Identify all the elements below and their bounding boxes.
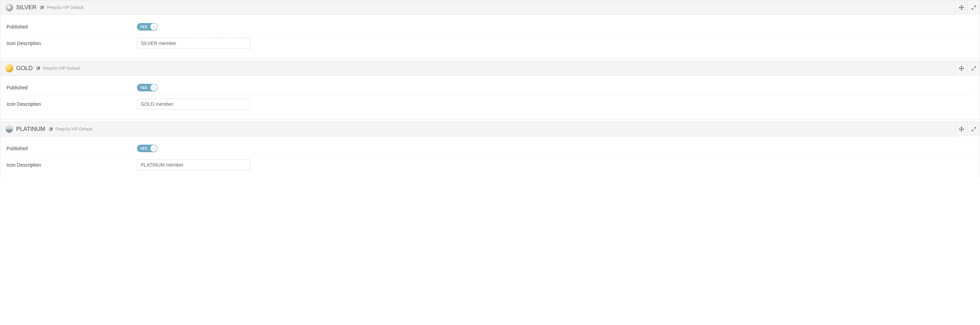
published-toggle[interactable]: YES [137, 23, 158, 30]
toggle-on-text: YES [140, 147, 147, 150]
published-label: Published [6, 146, 137, 151]
panel-header: SILVERPeepSo-VIP Default [0, 0, 980, 15]
panel-body: PublishedYESIcon Description [0, 75, 980, 119]
panel-actions [955, 122, 980, 136]
panel-header: GOLDPeepSo-VIP Default [0, 61, 980, 75]
field-row-published: PublishedYES [6, 19, 974, 34]
panel-subtitle: PeepSo-VIP Default [43, 66, 80, 71]
collapse-icon[interactable] [967, 0, 980, 15]
edit-icon[interactable] [49, 127, 54, 131]
toggle-on-text: YES [140, 25, 147, 29]
platinum-badge-icon [5, 125, 13, 133]
panel-title: GOLD [16, 65, 33, 72]
panel-title: PLATINUM [16, 126, 45, 133]
icon-description-input[interactable] [137, 159, 250, 170]
edit-icon[interactable] [40, 5, 45, 10]
toggle-knob [150, 23, 157, 30]
panel-body: PublishedYESIcon Description [0, 15, 980, 58]
field-row-published: PublishedYES [6, 141, 974, 156]
field-row-icon-description: Icon Description [6, 156, 974, 174]
silver-badge-icon [5, 3, 13, 12]
toggle-knob [150, 84, 157, 91]
vip-panel-platinum: PLATINUMPeepSo-VIP DefaultPublishedYESIc… [0, 122, 980, 178]
panel-subtitle: PeepSo-VIP Default [47, 5, 83, 10]
vip-panel-silver: SILVERPeepSo-VIP DefaultPublishedYESIcon… [0, 0, 980, 59]
toggle-on-text: YES [140, 86, 147, 90]
collapse-icon[interactable] [967, 61, 980, 75]
gold-badge-icon [5, 64, 13, 72]
move-handle-icon[interactable] [955, 0, 967, 15]
panel-actions [955, 61, 980, 75]
move-handle-icon[interactable] [955, 61, 967, 75]
icon-description-label: Icon Description [6, 162, 137, 168]
icon-description-label: Icon Description [6, 101, 137, 107]
icon-description-input[interactable] [137, 99, 250, 110]
published-toggle[interactable]: YES [137, 84, 158, 91]
edit-icon[interactable] [36, 66, 41, 71]
field-row-published: PublishedYES [6, 80, 974, 95]
published-toggle[interactable]: YES [137, 145, 158, 152]
field-row-icon-description: Icon Description [6, 95, 974, 113]
published-label: Published [6, 24, 137, 30]
panel-body: PublishedYESIcon Description [0, 136, 980, 178]
panel-subtitle: PeepSo-VIP Default [56, 127, 92, 131]
toggle-knob [150, 145, 157, 152]
field-row-icon-description: Icon Description [6, 34, 974, 52]
move-handle-icon[interactable] [955, 122, 967, 136]
panel-header: PLATINUMPeepSo-VIP Default [0, 122, 980, 136]
vip-panel-gold: GOLDPeepSo-VIP DefaultPublishedYESIcon D… [0, 61, 980, 120]
collapse-icon[interactable] [967, 122, 980, 136]
icon-description-label: Icon Description [6, 40, 137, 46]
published-label: Published [6, 85, 137, 90]
icon-description-input[interactable] [137, 38, 250, 49]
panel-actions [955, 0, 980, 15]
panel-title: SILVER [16, 4, 37, 11]
